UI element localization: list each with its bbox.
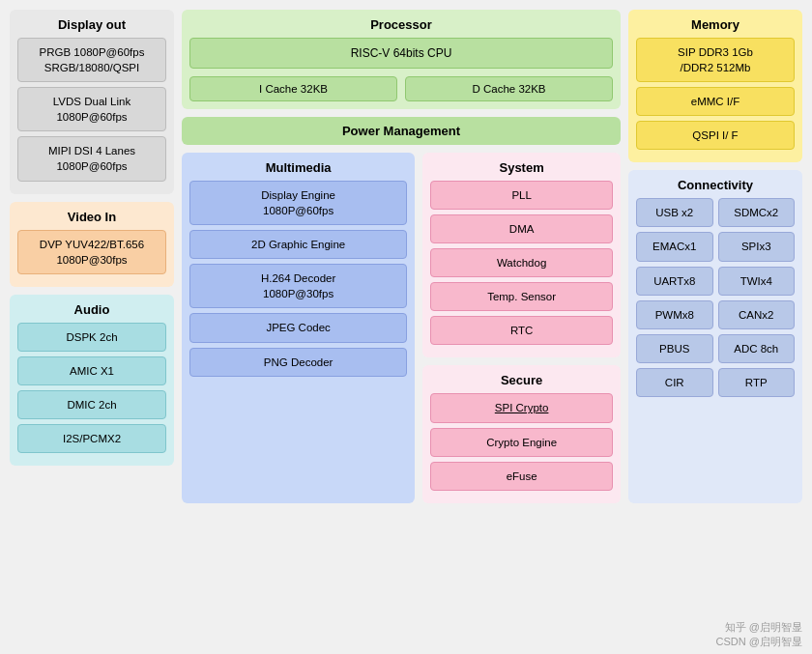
display-box-3: MIPI DSI 4 Lanes1080P@60fps [17, 136, 166, 181]
system-watchdog: Watchdog [430, 248, 613, 277]
multimedia-title: Multimedia [189, 160, 407, 175]
memory-emmc: eMMC I/F [636, 87, 795, 116]
system-dma: DMA [430, 214, 613, 243]
audio-section: Audio DSPK 2ch AMIC X1 DMIC 2ch I2S/PCMX… [10, 295, 174, 466]
conn-spi: SPIx3 [718, 232, 796, 261]
video-in-title: Video In [17, 210, 166, 224]
audio-box-amic: AMIC X1 [17, 356, 166, 385]
system-temp: Temp. Sensor [430, 282, 613, 311]
secure-crypto-engine: Crypto Engine [430, 428, 613, 457]
display-out-title: Display out [17, 17, 166, 32]
multimedia-box-display: Display Engine1080P@60fps [189, 181, 407, 225]
display-out-section: Display out PRGB 1080P@60fpsSRGB/18080/Q… [10, 10, 174, 194]
video-in-box: DVP YUV422/BT.6561080P@30fps [17, 230, 166, 274]
connectivity-section: Connectivity USB x2 SDMCx2 EMACx1 SPIx3 … [628, 170, 802, 502]
cpu-box: RISC-V 64bits CPU [189, 38, 613, 69]
audio-box-i2s: I2S/PCMX2 [17, 424, 166, 453]
system-rtc: RTC [430, 316, 613, 345]
memory-ddr: SIP DDR3 1Gb/DDR2 512Mb [636, 38, 795, 82]
dcache-box: D Cache 32KB [405, 76, 613, 101]
memory-section: Memory SIP DDR3 1Gb/DDR2 512Mb eMMC I/F … [628, 10, 802, 162]
conn-pbus: PBUS [636, 334, 713, 363]
video-in-section: Video In DVP YUV422/BT.6561080P@30fps [10, 202, 174, 287]
display-box-2: LVDS Dual Link1080P@60fps [17, 87, 166, 131]
power-mgmt-section: Power Management [182, 117, 621, 145]
secure-spi-crypto: SPI Crypto [430, 393, 613, 422]
conn-pwm: PWMx8 [636, 300, 713, 329]
power-mgmt-title: Power Management [189, 124, 613, 138]
audio-box-dspk: DSPK 2ch [17, 323, 166, 352]
processor-section: Processor RISC-V 64bits CPU I Cache 32KB… [182, 10, 621, 109]
memory-title: Memory [636, 17, 795, 32]
audio-title: Audio [17, 302, 166, 317]
multimedia-box-2d: 2D Graphic Engine [189, 230, 407, 259]
watermark: 知乎 @启明智显 CSDN @启明智显 [716, 620, 802, 649]
conn-emac: EMACx1 [636, 232, 713, 261]
connectivity-grid: USB x2 SDMCx2 EMACx1 SPIx3 UARTx8 TWIx4 … [636, 198, 795, 397]
secure-efuse: eFuse [430, 462, 613, 491]
multimedia-box-png: PNG Decoder [189, 348, 407, 377]
watermark-line2: CSDN @启明智显 [716, 635, 802, 649]
conn-usb: USB x2 [636, 198, 713, 227]
multimedia-box-h264: H.264 Decoder1080P@30fps [189, 264, 407, 308]
system-pll: PLL [430, 181, 613, 210]
conn-uart: UARTx8 [636, 267, 713, 296]
multimedia-box-jpeg: JPEG Codec [189, 313, 407, 342]
conn-adc: ADC 8ch [718, 334, 796, 363]
connectivity-title: Connectivity [636, 178, 795, 192]
watermark-line1: 知乎 @启明智显 [716, 620, 802, 635]
icache-box: I Cache 32KB [189, 76, 397, 101]
audio-box-dmic: DMIC 2ch [17, 390, 166, 419]
conn-cir: CIR [636, 368, 713, 397]
system-section: System PLL DMA Watchdog Temp. Sensor RTC [422, 153, 621, 357]
conn-sdmc: SDMCx2 [718, 198, 796, 227]
memory-qspi: QSPI I/ F [636, 121, 795, 150]
secure-title: Secure [430, 373, 613, 387]
system-title: System [430, 160, 613, 175]
display-box-1: PRGB 1080P@60fpsSRGB/18080/QSPI [17, 38, 166, 82]
conn-can: CANx2 [718, 300, 796, 329]
multimedia-section: Multimedia Display Engine1080P@60fps 2D … [182, 153, 415, 503]
secure-section: Secure SPI Crypto Crypto Engine eFuse [422, 365, 621, 502]
processor-title: Processor [189, 17, 613, 32]
conn-twi: TWIx4 [718, 267, 796, 296]
conn-rtp: RTP [718, 368, 796, 397]
